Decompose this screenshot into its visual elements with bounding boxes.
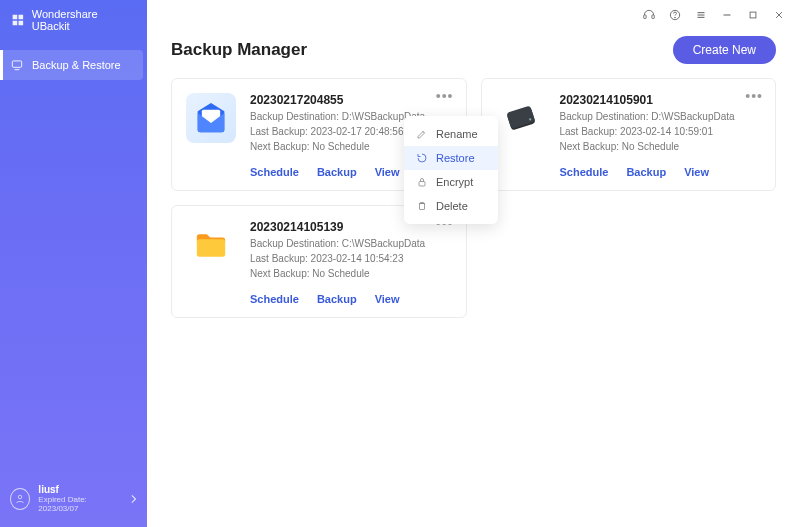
svg-rect-0 <box>12 61 21 67</box>
schedule-link[interactable]: Schedule <box>250 293 299 305</box>
view-link[interactable]: View <box>684 166 709 178</box>
backup-link[interactable]: Backup <box>317 293 357 305</box>
disk-icon <box>501 98 541 138</box>
delete-icon <box>416 200 428 212</box>
menu-icon[interactable] <box>688 2 714 28</box>
svg-rect-12 <box>419 182 425 187</box>
menu-restore[interactable]: Restore <box>404 146 498 170</box>
backup-title: 20230217204855 <box>250 93 452 107</box>
user-name: liusf <box>38 484 121 495</box>
support-icon[interactable] <box>636 2 662 28</box>
user-bar[interactable]: liusf Expired Date: 2023/03/07 <box>0 474 147 527</box>
svg-rect-3 <box>652 15 654 19</box>
help-icon[interactable] <box>662 2 688 28</box>
user-expired: Expired Date: 2023/03/07 <box>38 495 121 513</box>
backup-next: Next Backup: No Schedule <box>560 139 762 154</box>
main: Backup Manager Create New 20230217204855… <box>147 0 800 527</box>
restore-icon <box>416 152 428 164</box>
backup-link[interactable]: Backup <box>317 166 357 178</box>
backup-type-icon <box>186 220 236 270</box>
view-link[interactable]: View <box>375 293 400 305</box>
chevron-right-icon <box>130 494 137 504</box>
backup-restore-icon <box>10 58 24 72</box>
backup-title: 20230214105901 <box>560 93 762 107</box>
backup-last: Last Backup: 2023-02-14 10:54:23 <box>250 251 452 266</box>
card-more-button[interactable]: ••• <box>436 89 454 103</box>
rename-icon <box>416 128 428 140</box>
sidebar-item-label: Backup & Restore <box>32 59 121 71</box>
svg-rect-6 <box>750 12 756 18</box>
svg-rect-9 <box>506 105 535 129</box>
menu-label: Rename <box>436 128 478 140</box>
menu-label: Encrypt <box>436 176 473 188</box>
backup-next: Next Backup: No Schedule <box>250 266 452 281</box>
user-icon <box>14 493 26 505</box>
backup-type-icon <box>186 93 236 143</box>
backup-last: Last Backup: 2023-02-14 10:59:01 <box>560 124 762 139</box>
schedule-link[interactable]: Schedule <box>560 166 609 178</box>
backup-destination: Backup Destination: C:\WSBackupData <box>250 236 452 251</box>
maximize-button[interactable] <box>740 2 766 28</box>
minimize-button[interactable] <box>714 2 740 28</box>
mail-icon <box>191 98 231 138</box>
app-logo-icon <box>10 12 26 28</box>
encrypt-icon <box>416 176 428 188</box>
avatar <box>10 488 30 510</box>
app-title: Wondershare UBackit <box>32 8 137 32</box>
menu-encrypt[interactable]: Encrypt <box>404 170 498 194</box>
title-bar <box>147 0 800 30</box>
menu-rename[interactable]: Rename <box>404 122 498 146</box>
card-context-menu: Rename Restore Encrypt Delete <box>404 116 498 224</box>
menu-delete[interactable]: Delete <box>404 194 498 218</box>
sidebar: Wondershare UBackit Backup & Restore liu… <box>0 0 147 527</box>
backup-link[interactable]: Backup <box>626 166 666 178</box>
create-new-button[interactable]: Create New <box>673 36 776 64</box>
page-title: Backup Manager <box>171 40 307 60</box>
sidebar-item-backup-restore[interactable]: Backup & Restore <box>0 50 143 80</box>
card-more-button[interactable]: ••• <box>745 89 763 103</box>
schedule-link[interactable]: Schedule <box>250 166 299 178</box>
backup-type-icon <box>496 93 546 143</box>
view-link[interactable]: View <box>375 166 400 178</box>
backup-card: 20230214105901 Backup Destination: D:\WS… <box>481 78 777 191</box>
svg-rect-11 <box>197 239 225 256</box>
folder-icon <box>191 225 231 265</box>
menu-label: Delete <box>436 200 468 212</box>
backup-destination: Backup Destination: D:\WSBackupData <box>560 109 762 124</box>
page-header: Backup Manager Create New <box>147 30 800 78</box>
svg-point-5 <box>675 17 676 18</box>
brand: Wondershare UBackit <box>0 0 147 50</box>
svg-point-1 <box>18 495 22 499</box>
svg-rect-13 <box>420 204 425 210</box>
close-button[interactable] <box>766 2 792 28</box>
menu-label: Restore <box>436 152 475 164</box>
svg-rect-2 <box>644 15 646 19</box>
